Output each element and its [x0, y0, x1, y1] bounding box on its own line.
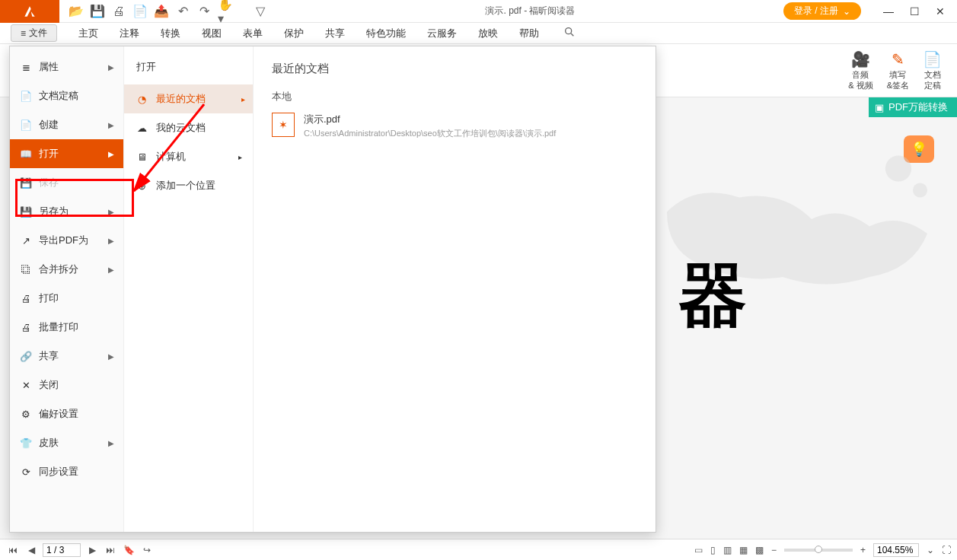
file-menu-item-文档定稿[interactable]: 📄文档定稿	[10, 81, 123, 110]
menu-item-label: 批量打印	[39, 320, 114, 334]
menu-item-label: 保存	[39, 176, 114, 189]
ribbon-tabs: ≡ 文件 主页 注释 转换 视图 表单 保护 共享 特色功能 云服务 放映 帮助	[0, 23, 957, 44]
file-menu-item-偏好设置[interactable]: ⚙偏好设置	[10, 399, 123, 428]
source-label: 我的云文档	[156, 121, 206, 135]
redo-icon[interactable]: ↷	[198, 5, 210, 18]
menu-item-label: 另存为	[39, 205, 108, 218]
recent-file-name: 演示.pdf	[304, 113, 556, 126]
tab-annotate[interactable]: 注释	[120, 27, 139, 40]
source-label: 计算机	[156, 150, 186, 164]
zoom-thumb[interactable]	[815, 546, 822, 553]
minimize-button[interactable]: —	[882, 5, 895, 18]
file-menu-item-导出PDF为[interactable]: ↗导出PDF为▶	[10, 226, 123, 255]
layout-single-icon[interactable]: ▭	[694, 545, 703, 555]
menu-item-label: 创建	[39, 118, 108, 132]
maximize-button[interactable]: ☐	[908, 5, 920, 18]
recent-title: 最近的文档	[272, 62, 637, 76]
tab-help[interactable]: 帮助	[519, 27, 539, 40]
open-source-最近的文档[interactable]: ◔最近的文档	[124, 84, 253, 113]
layout-cont-facing-icon[interactable]: ▦	[739, 545, 748, 555]
tab-features[interactable]: 特色功能	[366, 27, 406, 40]
zoom-in-button[interactable]: +	[860, 545, 866, 555]
group-draft[interactable]: 📄 文档 定稿	[923, 50, 942, 90]
recent-section-local: 本地	[272, 90, 637, 103]
file-menu-item-属性[interactable]: ≣属性▶	[10, 52, 123, 81]
menu-item-icon: 💾	[19, 177, 33, 189]
tab-cloud[interactable]: 云服务	[427, 27, 457, 40]
undo-icon[interactable]: ↶	[177, 5, 189, 18]
source-label: 添加一个位置	[156, 179, 215, 192]
zoom-input[interactable]	[873, 543, 919, 557]
tab-convert[interactable]: 转换	[161, 27, 180, 40]
tab-view[interactable]: 视图	[202, 27, 222, 40]
save-icon[interactable]: 💾	[91, 5, 104, 18]
group-fill-sign[interactable]: ✎ 填写 &签名	[887, 50, 909, 90]
layout-continuous-icon[interactable]: ▯	[710, 545, 716, 555]
last-page-button[interactable]: ⏭	[104, 545, 117, 555]
page-nav: ⏮ ◀ ▶ ⏭ 🔖 ↪	[6, 543, 154, 557]
tab-form[interactable]: 表单	[243, 27, 263, 40]
menu-item-label: 同步设置	[39, 465, 114, 479]
open-icon[interactable]: 📂	[70, 5, 82, 18]
menu-item-icon: 🖨	[19, 293, 33, 304]
bookmark-icon[interactable]: 🔖	[122, 545, 136, 555]
zoom-dropdown-icon[interactable]: ⌄	[927, 545, 934, 555]
tab-home[interactable]: 主页	[78, 27, 98, 40]
menu-item-icon: ✕	[19, 380, 33, 391]
tab-play[interactable]: 放映	[478, 27, 498, 40]
file-menu-item-打印[interactable]: 🖨打印	[10, 284, 123, 313]
layout-grid-icon[interactable]: ▩	[755, 545, 764, 555]
open-header: 打开	[124, 60, 253, 84]
file-menu-item-共享[interactable]: 🔗共享▶	[10, 342, 123, 371]
file-menu-item-合并拆分[interactable]: ⿻合并拆分▶	[10, 255, 123, 284]
new-icon[interactable]: 📄	[134, 5, 146, 18]
file-menu-item-创建[interactable]: 📄创建▶	[10, 110, 123, 139]
group-audio-video[interactable]: 🎥 音频 & 视频	[848, 50, 872, 90]
more-icon[interactable]: ▽	[254, 5, 266, 18]
search-icon[interactable]	[563, 26, 576, 40]
menu-item-label: 关闭	[39, 378, 114, 392]
export-icon[interactable]: 📤	[155, 5, 167, 18]
file-menu-secondary: 打开 ◔最近的文档☁我的云文档🖥计算机▸⊕添加一个位置	[124, 46, 254, 532]
tab-share[interactable]: 共享	[325, 27, 345, 40]
open-source-添加一个位置[interactable]: ⊕添加一个位置	[124, 171, 253, 200]
close-button[interactable]: ✕	[934, 5, 946, 18]
zoom-slider[interactable]	[784, 549, 853, 552]
pdf-convert-label: PDF万能转换	[888, 100, 948, 114]
file-menu-item-另存为[interactable]: 💾另存为▶	[10, 197, 123, 226]
chevron-right-icon: ▸	[238, 153, 242, 161]
open-source-计算机[interactable]: 🖥计算机▸	[124, 142, 253, 171]
file-tab-label: 文件	[29, 27, 47, 40]
fullscreen-icon[interactable]: ⛶	[942, 545, 951, 555]
prev-page-button[interactable]: ◀	[24, 545, 38, 555]
first-page-button[interactable]: ⏮	[6, 545, 20, 555]
pdf-convert-banner[interactable]: ▣ PDF万能转换	[869, 97, 957, 117]
jump-icon[interactable]: ↪	[140, 545, 154, 555]
menu-item-icon: 📄	[19, 91, 33, 102]
page-number-input[interactable]	[43, 543, 81, 557]
menu-item-icon: 🖨	[19, 322, 33, 333]
recent-file-item[interactable]: ✶ 演示.pdf C:\Users\Administrator\Desktop\…	[272, 113, 637, 139]
tab-protect[interactable]: 保护	[284, 27, 304, 40]
file-menu-item-皮肤[interactable]: 👕皮肤▶	[10, 428, 123, 457]
convert-icon: ▣	[875, 102, 884, 113]
next-page-button[interactable]: ▶	[85, 545, 99, 555]
file-menu-item-批量打印[interactable]: 🖨批量打印	[10, 313, 123, 342]
zoom-out-button[interactable]: −	[771, 545, 777, 555]
file-menu-item-关闭[interactable]: ✕关闭	[10, 371, 123, 399]
pencil-icon: ✎	[892, 50, 904, 68]
login-button[interactable]: 登录 / 注册 ⌄	[783, 2, 861, 20]
menu-item-icon: ⚙	[19, 409, 33, 420]
open-source-我的云文档[interactable]: ☁我的云文档	[124, 113, 253, 142]
pdf-file-icon: ✶	[272, 113, 295, 137]
layout-facing-icon[interactable]: ▥	[723, 545, 732, 555]
file-tab-button[interactable]: ≡ 文件	[11, 24, 57, 42]
source-icon: 🖥	[135, 151, 148, 163]
print-icon[interactable]: 🖨	[113, 5, 125, 18]
login-label: 登录 / 注册	[794, 5, 838, 18]
hand-icon[interactable]: ✋▾	[219, 5, 231, 18]
quick-access-toolbar: 📂 💾 🖨 📄 📤 ↶ ↷ ✋▾ ▽	[59, 5, 277, 18]
chevron-right-icon: ▶	[108, 208, 114, 216]
file-menu-item-打开[interactable]: 📖打开▶	[10, 139, 123, 168]
file-menu-item-同步设置[interactable]: ⟳同步设置	[10, 457, 123, 486]
